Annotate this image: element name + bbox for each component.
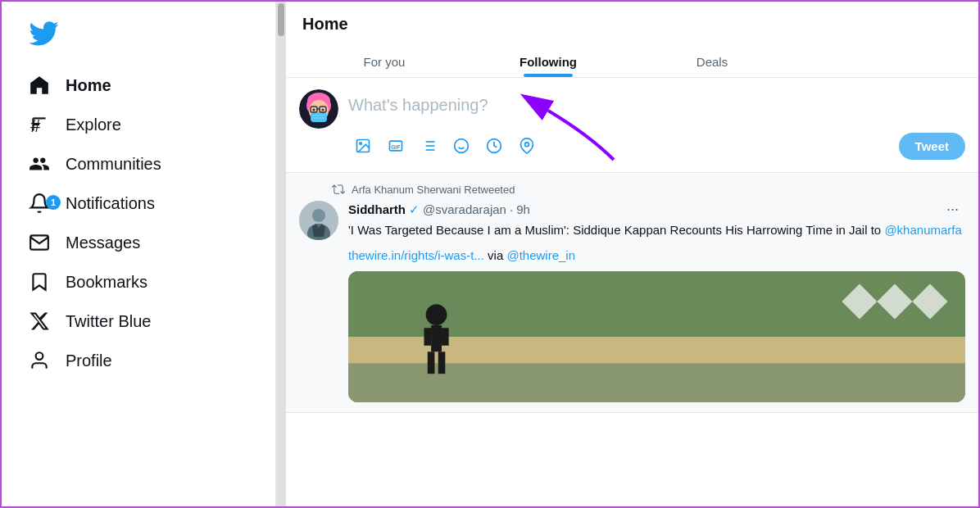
explore-icon: # (28, 113, 51, 136)
compose-gif-button[interactable]: GIF (381, 131, 411, 161)
compose-poll-button[interactable] (414, 131, 443, 161)
profile-icon (28, 349, 51, 372)
tweet-link-line: thewire.in/rights/i-was-t... via @thewir… (348, 247, 965, 265)
sidebar-item-bookmarks[interactable]: Bookmarks (18, 262, 259, 302)
svg-point-43 (426, 304, 447, 325)
sidebar-item-communities[interactable]: Communities (18, 144, 259, 184)
tab-following[interactable]: Following (466, 43, 630, 77)
tab-for-you[interactable]: For you (302, 43, 466, 77)
compose-icons: GIF (348, 131, 542, 161)
compose-right: What's happening? (348, 89, 965, 161)
svg-rect-44 (431, 325, 442, 352)
sidebar-item-twitter-blue[interactable]: Twitter Blue (18, 302, 259, 341)
tweet-avatar (299, 201, 338, 240)
tweet-more-button[interactable]: ··· (940, 201, 965, 218)
compose-schedule-button[interactable] (479, 131, 509, 161)
tabs: For you Following Deals (302, 43, 962, 77)
svg-point-35 (312, 209, 325, 222)
tweet-user-info: Siddharth ✓ @svaradarajan · 9h (348, 202, 530, 217)
tweet-body: Siddharth ✓ @svaradarajan · 9h ··· 'I Wa… (348, 201, 965, 402)
communities-icon (28, 152, 51, 175)
main-content: Home For you Following Deals (286, 2, 978, 506)
main-header: Home For you Following Deals (286, 2, 978, 78)
sidebar-item-communities-label: Communities (66, 155, 161, 174)
sidebar-item-profile[interactable]: Profile (18, 341, 259, 380)
scrollbar[interactable] (276, 2, 286, 506)
verified-icon: ✓ (409, 202, 420, 217)
svg-rect-47 (428, 352, 435, 374)
svg-rect-46 (442, 328, 449, 346)
tweet-mention2[interactable]: @thewire_in (506, 248, 575, 262)
sidebar-item-explore[interactable]: # Explore (18, 105, 259, 144)
tweet-text: 'I Was Targeted Because I am a Muslim': … (348, 221, 965, 240)
sidebar-item-twitter-blue-label: Twitter Blue (66, 312, 151, 331)
tweet-card: Arfa Khanum Sherwani Retweeted Siddharth… (286, 173, 978, 413)
svg-point-4 (36, 352, 43, 360)
tweet-external-link[interactable]: thewire.in/rights/i-was-t... (348, 248, 484, 262)
compose-image-button[interactable] (348, 131, 378, 161)
tweet-handle: @svaradarajan (423, 202, 506, 216)
sidebar-item-notifications[interactable]: 1 Notifications (18, 184, 259, 223)
svg-text:GIF: GIF (391, 144, 400, 150)
tweet-image (348, 271, 965, 402)
svg-point-32 (525, 143, 529, 147)
svg-point-19 (360, 143, 362, 145)
notification-badge: 1 (46, 195, 61, 210)
notifications-icon: 1 (28, 192, 51, 215)
sidebar-item-home[interactable]: Home (18, 66, 259, 105)
tweet-time: 9h (516, 202, 530, 216)
user-avatar (299, 89, 338, 129)
tab-deals[interactable]: Deals (630, 43, 794, 77)
tweet-username: Siddharth (348, 202, 406, 216)
retweet-label: Arfa Khanum Sherwani Retweeted (299, 183, 965, 196)
svg-point-17 (322, 109, 324, 111)
retweet-icon (332, 183, 345, 196)
scrollbar-thumb[interactable] (278, 3, 284, 36)
svg-rect-45 (424, 328, 432, 346)
compose-actions: GIF (348, 131, 965, 161)
sidebar-item-messages-label: Messages (66, 234, 140, 252)
svg-rect-48 (438, 352, 446, 374)
svg-point-16 (313, 109, 315, 111)
tweet-via: via (488, 248, 506, 262)
sidebar-item-bookmarks-label: Bookmarks (66, 273, 147, 292)
tweet-button[interactable]: Tweet (899, 133, 965, 160)
twitter-blue-icon (28, 310, 51, 333)
messages-icon (28, 231, 51, 254)
sidebar-item-explore-label: Explore (66, 116, 121, 134)
sidebar-item-profile-label: Profile (66, 352, 112, 370)
compose-emoji-button[interactable] (447, 131, 476, 161)
home-icon (28, 74, 51, 97)
compose-location-button[interactable] (512, 131, 542, 161)
sidebar-item-home-label: Home (66, 76, 111, 95)
sidebar-item-notifications-label: Notifications (66, 194, 155, 213)
svg-rect-10 (311, 112, 327, 122)
compose-placeholder[interactable]: What's happening? (348, 89, 965, 131)
sidebar-item-messages[interactable]: Messages (18, 223, 259, 262)
tweet-mention1[interactable]: @khanumarfa (884, 223, 961, 237)
tweet-separator: · (510, 202, 513, 216)
svg-text:#: # (30, 116, 40, 135)
twitter-logo[interactable] (18, 10, 259, 66)
tweet-content: Siddharth ✓ @svaradarajan · 9h ··· 'I Wa… (299, 201, 965, 402)
compose-area: What's happening? (286, 78, 978, 173)
svg-point-28 (455, 139, 469, 153)
sidebar: Home # Explore Communities 1 (2, 2, 276, 508)
page-title: Home (302, 15, 962, 34)
bookmarks-icon (28, 270, 51, 293)
tweet-header: Siddharth ✓ @svaradarajan · 9h ··· (348, 201, 965, 218)
